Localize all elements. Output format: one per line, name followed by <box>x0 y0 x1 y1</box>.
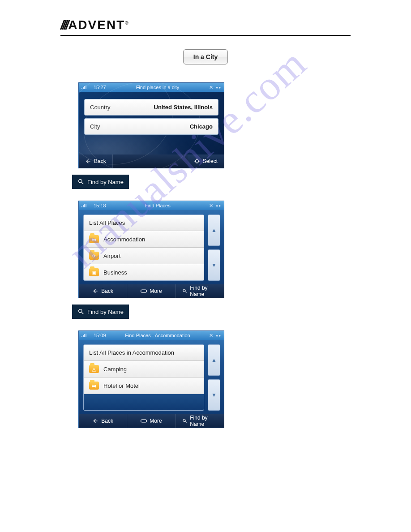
screen-title: Find Places <box>110 203 206 208</box>
signal-dots-icon: ●● <box>216 334 221 338</box>
screenshot-find-places-list: 15:18 Find Places ✕●● List All Places 🛏 … <box>78 201 224 298</box>
city-label: City <box>90 123 100 130</box>
svg-point-0 <box>195 160 198 163</box>
list-all-in-accommodation-header[interactable]: List All Places in Accommodation <box>84 345 204 361</box>
antenna-icon: ✕ <box>209 85 213 90</box>
more-icon <box>141 288 147 294</box>
find-by-name-button[interactable]: Find by Name <box>72 175 129 189</box>
antenna-icon: ✕ <box>209 203 213 209</box>
folder-icon: ▣ <box>89 268 99 276</box>
magnifier-icon <box>182 288 188 294</box>
back-button[interactable]: Back <box>79 414 127 428</box>
list-item-camping[interactable]: △ Camping <box>84 361 204 378</box>
list-item-label: Camping <box>103 366 127 373</box>
list-item-hotel-or-motel[interactable]: 🛏 Hotel or Motel <box>84 378 204 394</box>
in-a-city-button[interactable]: In a City <box>183 49 228 64</box>
signal-dots-icon: ●● <box>216 204 221 208</box>
magnifier-icon <box>182 418 188 424</box>
svg-rect-2 <box>141 420 147 422</box>
scroll-up-button[interactable]: ▲ <box>208 344 220 376</box>
screenshot-accommodation-list: 15:09 Find Places - Accommodation ✕●● Li… <box>78 330 224 428</box>
brand-logo: ////ADVENT® <box>60 18 351 32</box>
more-button[interactable]: More <box>127 414 176 428</box>
list-all-places-header[interactable]: List All Places <box>84 215 204 231</box>
divider <box>60 35 351 36</box>
list-item-airport[interactable]: ✈ Airport <box>84 248 204 264</box>
back-button[interactable]: Back <box>79 284 127 298</box>
list-item-accommodation[interactable]: 🛏 Accommodation <box>84 231 204 248</box>
arrow-left-icon <box>92 418 98 424</box>
clock: 15:18 <box>94 203 106 208</box>
crosshair-icon <box>194 158 200 164</box>
country-label: Country <box>90 104 111 111</box>
scroll-up-button[interactable]: ▲ <box>208 215 220 246</box>
more-icon <box>141 418 147 424</box>
scroll-down-button[interactable]: ▼ <box>208 379 220 411</box>
signal-dots-icon: ●● <box>216 86 221 90</box>
screenshot-find-places-in-city: 15:27 Find places in a city ✕●● Country … <box>78 82 224 168</box>
svg-rect-1 <box>141 290 147 292</box>
magnifier-icon <box>77 178 85 185</box>
city-value: Chicago <box>190 123 213 130</box>
country-value: United States, Illinois <box>154 104 213 111</box>
list-item-business[interactable]: ▣ Business <box>84 264 204 280</box>
footer-bar: Back More Find by Name <box>79 284 224 298</box>
folder-icon: 🛏 <box>89 382 99 390</box>
list-item-label: Business <box>103 269 127 276</box>
folder-icon: ✈ <box>89 252 99 260</box>
folder-icon: 🛏 <box>89 235 99 243</box>
clock: 15:09 <box>94 333 106 338</box>
footer-bar: Back More Find by Name <box>79 414 224 428</box>
antenna-icon: ✕ <box>209 333 213 339</box>
find-by-name-button[interactable]: Find by Name <box>176 414 224 428</box>
find-by-name-button[interactable]: Find by Name <box>72 305 129 319</box>
find-by-name-button[interactable]: Find by Name <box>176 284 224 298</box>
list-item-label: Hotel or Motel <box>103 382 140 389</box>
list-item-label: Accommodation <box>103 236 145 243</box>
arrow-left-icon <box>92 288 98 294</box>
scroll-down-button[interactable]: ▼ <box>208 249 220 281</box>
screen-title: Find Places - Accommodation <box>110 333 206 338</box>
country-row[interactable]: Country United States, Illinois <box>84 99 218 116</box>
select-button[interactable]: Select <box>188 154 224 168</box>
magnifier-icon <box>77 308 85 315</box>
city-row[interactable]: City Chicago <box>84 118 218 135</box>
title-bar: 15:09 Find Places - Accommodation ✕●● <box>79 331 224 340</box>
title-bar: 15:18 Find Places ✕●● <box>79 201 224 210</box>
folder-icon: △ <box>89 365 99 373</box>
list-item-label: Airport <box>103 253 120 259</box>
more-button[interactable]: More <box>127 284 176 298</box>
